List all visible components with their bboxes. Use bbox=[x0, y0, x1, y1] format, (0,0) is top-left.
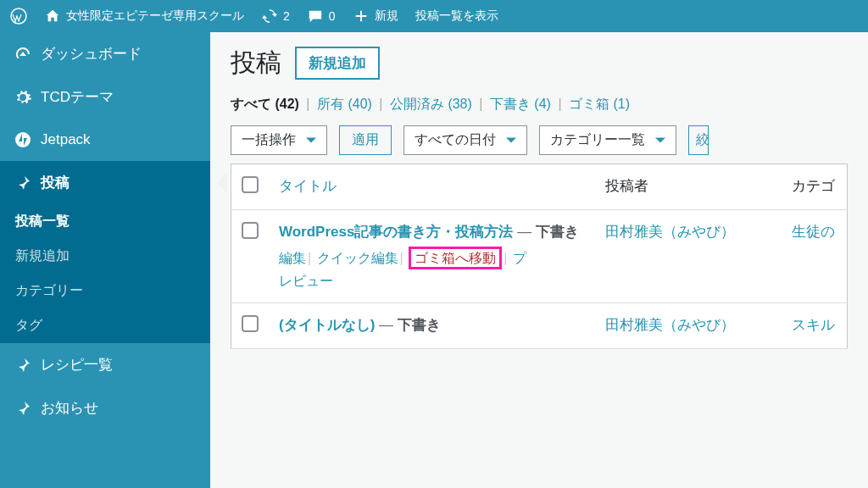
post-state: 下書き bbox=[398, 317, 441, 333]
post-state: 下書き bbox=[536, 224, 579, 240]
sidebar-label: ダッシュボード bbox=[41, 44, 142, 64]
new-label: 新規 bbox=[375, 8, 398, 24]
refresh-icon bbox=[261, 8, 278, 25]
sidebar-label: 投稿 bbox=[41, 173, 70, 192]
table-row: (タイトルなし) — 下書き 田村雅美（みやび） スキル bbox=[231, 303, 848, 349]
date-filter-select[interactable]: すべての日付 bbox=[403, 125, 527, 155]
jetpack-icon bbox=[14, 130, 32, 149]
column-categories[interactable]: カテゴ bbox=[782, 164, 847, 210]
comment-icon bbox=[307, 8, 324, 25]
sidebar-label: お知らせ bbox=[41, 398, 98, 418]
filter-all[interactable]: すべて (42) bbox=[231, 97, 299, 111]
category-link[interactable]: 生徒の bbox=[792, 224, 835, 240]
filter-mine[interactable]: 所有 (40) bbox=[317, 97, 372, 111]
category-filter-select[interactable]: カテゴリー一覧 bbox=[539, 125, 676, 155]
sidebar-item-posts[interactable]: 投稿 bbox=[0, 161, 210, 204]
wordpress-logo-icon[interactable] bbox=[10, 8, 27, 25]
edit-link[interactable]: 編集 bbox=[279, 251, 306, 265]
admin-sidebar: ダッシュボード TCDテーマ Jetpack 投稿 投稿一覧 新規追加 カテゴリ… bbox=[0, 32, 210, 488]
author-link[interactable]: 田村雅美（みやび） bbox=[605, 317, 735, 333]
admin-bar: 女性限定エピテーゼ専用スクール 2 0 新規 投稿一覧を表示 bbox=[0, 0, 868, 32]
comments-count: 0 bbox=[329, 9, 336, 23]
preview-link-rest[interactable]: レビュー bbox=[279, 274, 333, 288]
submenu-add-new[interactable]: 新規追加 bbox=[0, 239, 210, 274]
preview-link[interactable]: プ bbox=[513, 251, 526, 265]
sidebar-item-recipes[interactable]: レシピ一覧 bbox=[0, 343, 210, 386]
category-link[interactable]: スキル bbox=[792, 317, 835, 333]
updates-link[interactable]: 2 bbox=[261, 8, 290, 25]
plus-icon bbox=[353, 8, 370, 25]
updates-count: 2 bbox=[283, 9, 290, 23]
sidebar-item-jetpack[interactable]: Jetpack bbox=[0, 119, 210, 161]
sidebar-label: レシピ一覧 bbox=[41, 355, 113, 374]
submenu-all-posts[interactable]: 投稿一覧 bbox=[0, 204, 210, 239]
post-status-filters: すべて (42) | 所有 (40) | 公開済み (38) | 下書き (4)… bbox=[231, 96, 848, 114]
svg-point-1 bbox=[15, 132, 31, 147]
post-title-link[interactable]: (タイトルなし) bbox=[279, 317, 375, 333]
table-row: WordPress記事の書き方・投稿方法 — 下書き 編集| クイック編集| ゴ… bbox=[231, 210, 848, 303]
new-content-link[interactable]: 新規 bbox=[353, 8, 398, 25]
apply-button[interactable]: 適用 bbox=[339, 125, 392, 155]
main-content: 投稿 新規追加 すべて (42) | 所有 (40) | 公開済み (38) |… bbox=[210, 32, 868, 488]
pin-icon bbox=[14, 399, 32, 418]
pin-icon bbox=[14, 174, 32, 192]
view-posts-link[interactable]: 投稿一覧を表示 bbox=[415, 8, 498, 24]
submenu-tags[interactable]: タグ bbox=[0, 308, 210, 343]
column-title[interactable]: タイトル bbox=[269, 164, 595, 210]
add-new-button[interactable]: 新規追加 bbox=[295, 47, 380, 80]
row-checkbox[interactable] bbox=[242, 315, 259, 332]
site-link[interactable]: 女性限定エピテーゼ専用スクール bbox=[44, 8, 244, 25]
comments-link[interactable]: 0 bbox=[307, 8, 336, 25]
trash-link[interactable]: ゴミ箱へ移動 bbox=[409, 247, 502, 269]
filter-button[interactable]: 絞 bbox=[688, 125, 709, 155]
sidebar-label: Jetpack bbox=[41, 131, 91, 148]
site-name: 女性限定エピテーゼ専用スクール bbox=[66, 8, 244, 24]
posts-submenu: 投稿一覧 新規追加 カテゴリー タグ bbox=[0, 204, 210, 343]
post-title-link[interactable]: WordPress記事の書き方・投稿方法 bbox=[279, 224, 513, 240]
tablenav-top: 一括操作 適用 すべての日付 カテゴリー一覧 絞 bbox=[231, 125, 848, 155]
sidebar-label: TCDテーマ bbox=[41, 87, 114, 107]
filter-draft[interactable]: 下書き (4) bbox=[490, 97, 551, 111]
column-author[interactable]: 投稿者 bbox=[595, 164, 782, 210]
gear-icon bbox=[14, 88, 32, 107]
pin-icon bbox=[14, 356, 32, 374]
view-posts-label: 投稿一覧を表示 bbox=[415, 8, 498, 24]
row-actions: 編集| クイック編集| ゴミ箱へ移動| プ レビュー bbox=[279, 250, 585, 291]
filter-trash[interactable]: ゴミ箱 (1) bbox=[569, 97, 630, 111]
bulk-action-select[interactable]: 一括操作 bbox=[231, 125, 327, 155]
dashboard-icon bbox=[14, 45, 32, 64]
sidebar-item-dashboard[interactable]: ダッシュボード bbox=[0, 32, 210, 75]
quick-edit-link[interactable]: クイック編集 bbox=[317, 251, 398, 265]
sidebar-item-tcd[interactable]: TCDテーマ bbox=[0, 75, 210, 119]
sidebar-item-news[interactable]: お知らせ bbox=[0, 386, 210, 430]
page-header: 投稿 新規追加 bbox=[231, 46, 848, 80]
filter-published[interactable]: 公開済み (38) bbox=[390, 97, 472, 111]
row-checkbox[interactable] bbox=[242, 222, 259, 239]
select-all-checkbox[interactable] bbox=[242, 176, 259, 193]
home-icon bbox=[44, 8, 61, 25]
page-title: 投稿 bbox=[231, 46, 281, 80]
submenu-categories[interactable]: カテゴリー bbox=[0, 274, 210, 308]
posts-table: タイトル 投稿者 カテゴ WordPress記事の書き方・投稿方法 — 下書き … bbox=[231, 164, 848, 349]
author-link[interactable]: 田村雅美（みやび） bbox=[605, 224, 735, 240]
